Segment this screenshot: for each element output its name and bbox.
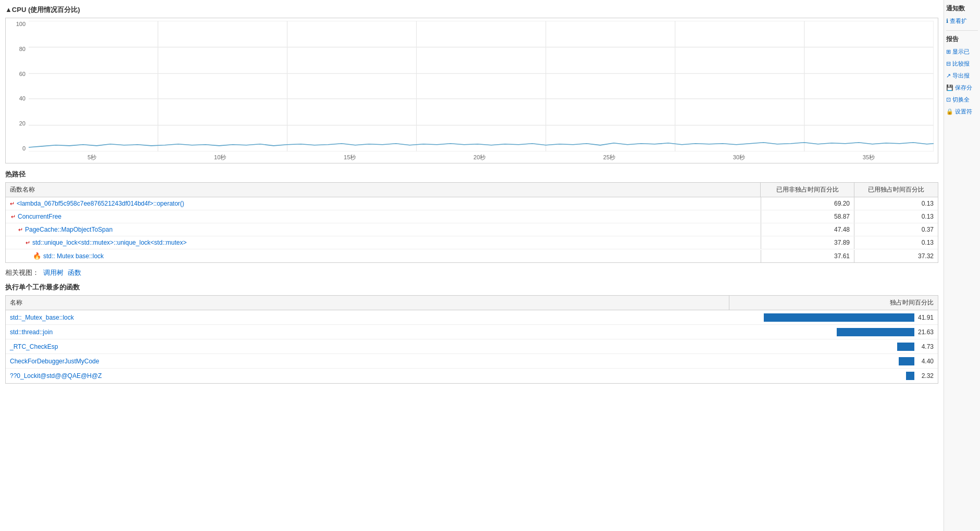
display-icon: ⊞ [946, 48, 951, 55]
bar-value-2: 4.73 [922, 343, 934, 350]
compare-icon: ⊟ [946, 60, 951, 67]
y-label-40: 40 [19, 95, 26, 102]
arrow-icon-2: ↵ [18, 226, 23, 233]
bottom-header-excl: 独占时间百分比 [729, 296, 938, 310]
row-nonexcl-3: 37.89 [761, 236, 854, 249]
y-label-100: 100 [16, 21, 26, 27]
bar-fill-2 [897, 343, 914, 351]
bottom-table-row: CheckForDebuggerJustMyCode 4.40 [6, 354, 938, 369]
related-link-func[interactable]: 函数 [68, 268, 81, 277]
y-label-80: 80 [19, 46, 26, 52]
hotpath-header: 函数名称 已用非独占时间百分比 已用独占时间百分比 [6, 183, 938, 197]
func-name-3[interactable]: std::unique_lock<std::mutex>::unique_loc… [32, 239, 187, 246]
bottom-row-bar-4: 2.32 [729, 369, 938, 383]
bar-value-4: 2.32 [922, 372, 934, 380]
cpu-title: ▲CPU (使用情况百分比) [5, 4, 938, 16]
bottom-rows: std::_Mutex_base::lock 41.91 std::thread… [6, 310, 938, 383]
save-icon: 💾 [946, 84, 953, 91]
flame-icon-4: 🔥 [33, 252, 41, 260]
x-label-35s: 35秒 [863, 154, 875, 161]
report-item-compare[interactable]: ⊟ 比较报 [946, 59, 978, 69]
table-row: ↵ PageCache::MapObjectToSpan 47.48 0.37 [6, 223, 938, 236]
row-nonexcl-4: 37.61 [761, 250, 854, 262]
hotpath-table: 函数名称 已用非独占时间百分比 已用独占时间百分比 ↵ <lambda_067b… [5, 182, 938, 263]
bar-value-1: 21.63 [918, 328, 934, 336]
bottom-table-row: _RTC_CheckEsp 4.73 [6, 339, 938, 354]
bottom-row-name-4[interactable]: ??0_Lockit@std@@QAE@H@Z [6, 370, 729, 382]
bar-value-0: 41.91 [918, 314, 934, 321]
y-label-60: 60 [19, 71, 26, 77]
header-func: 函数名称 [6, 183, 761, 197]
header-excl: 已用独占时间百分比 [854, 183, 938, 197]
bar-value-3: 4.40 [922, 358, 934, 365]
row-excl-0: 0.13 [854, 197, 938, 210]
related-views: 相关视图： 调用树 函数 [5, 268, 938, 277]
related-link-calltree[interactable]: 调用树 [43, 268, 64, 277]
report-item-switch[interactable]: ⊡ 切换全 [946, 95, 978, 105]
bottom-table-row: std::thread::join 21.63 [6, 325, 938, 339]
bar-fill-0 [764, 313, 914, 322]
report-item-save[interactable]: 💾 保存分 [946, 83, 978, 93]
report-item-settings[interactable]: 🔒 设置符 [946, 107, 978, 117]
x-label-15s: 15秒 [344, 154, 356, 161]
bottom-section: 执行单个工作最多的函数 名称 独占时间百分比 std::_Mutex_base:… [5, 283, 938, 384]
cpu-section: ▲CPU (使用情况百分比) 100 80 60 40 20 0 [5, 4, 938, 163]
x-label-20s: 20秒 [474, 154, 486, 161]
switch-icon: ⊡ [946, 96, 951, 103]
hotpath-section: 热路径 函数名称 已用非独占时间百分比 已用独占时间百分比 ↵ <lambda_… [5, 169, 938, 263]
y-label-0: 0 [22, 145, 26, 151]
x-label-5s: 5秒 [88, 154, 96, 161]
cpu-chart-container: 100 80 60 40 20 0 [5, 18, 938, 163]
arrow-icon-3: ↵ [26, 239, 30, 246]
bottom-row-name-2[interactable]: _RTC_CheckEsp [6, 340, 729, 353]
x-label-25s: 25秒 [603, 154, 615, 161]
row-func-0[interactable]: ↵ <lambda_067bf5c958c7ee876521243df014bd… [6, 197, 761, 210]
report-item-export[interactable]: ↗ 导出报 [946, 71, 978, 81]
func-name-1[interactable]: ConcurrentFree [18, 213, 61, 220]
bottom-header-name: 名称 [6, 296, 729, 310]
row-func-1[interactable]: ↵ ConcurrentFree [6, 210, 761, 223]
cpu-chart-svg [29, 21, 934, 151]
header-nonexcl: 已用非独占时间百分比 [761, 183, 854, 197]
bottom-table-row: std::_Mutex_base::lock 41.91 [6, 310, 938, 325]
bottom-row-name-3[interactable]: CheckForDebuggerJustMyCode [6, 355, 729, 368]
settings-icon: 🔒 [946, 108, 953, 115]
table-row: ↵ ConcurrentFree 58.87 0.13 [6, 210, 938, 223]
sidebar-divider-1 [946, 30, 978, 31]
func-name-0[interactable]: <lambda_067bf5c958c7ee876521243df014bd4f… [17, 200, 184, 207]
bottom-row-bar-2: 4.73 [729, 339, 938, 354]
row-excl-2: 0.37 [854, 223, 938, 236]
info-icon: ℹ [946, 18, 948, 24]
bottom-row-name-0[interactable]: std::_Mutex_base::lock [6, 311, 729, 324]
right-sidebar: 通知数 ℹ 查看扩 报告 ⊞ 显示已 ⊟ 比较报 ↗ 导出报 💾 保存分 ⊡ 切… [944, 0, 980, 531]
bottom-row-bar-0: 41.91 [729, 310, 938, 325]
row-func-3[interactable]: ↵ std::unique_lock<std::mutex>::unique_l… [6, 236, 761, 249]
row-func-4[interactable]: 🔥 std:: Mutex base::lock [6, 249, 761, 262]
row-nonexcl-2: 47.48 [761, 223, 854, 236]
notifications-link[interactable]: ℹ 查看扩 [946, 16, 978, 26]
row-excl-3: 0.13 [854, 236, 938, 249]
arrow-icon-0: ↵ [10, 200, 15, 207]
bottom-section-title: 执行单个工作最多的函数 [5, 283, 938, 292]
export-icon: ↗ [946, 72, 951, 79]
bottom-row-bar-3: 4.40 [729, 354, 938, 369]
report-item-display[interactable]: ⊞ 显示已 [946, 47, 978, 57]
bottom-table: 名称 独占时间百分比 std::_Mutex_base::lock 41.91 … [5, 295, 938, 384]
bar-fill-1 [837, 328, 914, 336]
row-func-2[interactable]: ↵ PageCache::MapObjectToSpan [6, 223, 761, 236]
bottom-row-bar-1: 21.63 [729, 325, 938, 339]
func-name-2[interactable]: PageCache::MapObjectToSpan [25, 226, 113, 233]
hotpath-title: 热路径 [5, 169, 938, 180]
bar-fill-3 [899, 357, 914, 365]
notifications-title: 通知数 [946, 4, 978, 13]
table-row: 🔥 std:: Mutex base::lock 37.61 37.32 [6, 249, 938, 262]
y-label-20: 20 [19, 120, 26, 127]
row-nonexcl-0: 69.20 [761, 197, 854, 210]
reports-title: 报告 [946, 35, 978, 44]
bottom-row-name-1[interactable]: std::thread::join [6, 326, 729, 338]
arrow-icon-1: ↵ [11, 213, 16, 220]
func-name-4[interactable]: std:: Mutex base::lock [43, 252, 104, 260]
x-label-30s: 30秒 [733, 154, 745, 161]
bottom-header: 名称 独占时间百分比 [6, 296, 938, 310]
x-label-10s: 10秒 [214, 154, 226, 161]
